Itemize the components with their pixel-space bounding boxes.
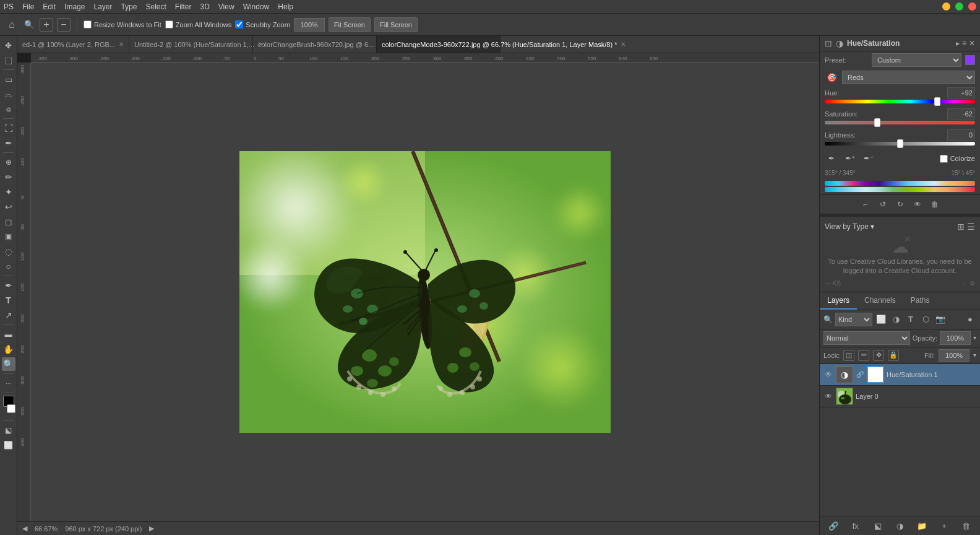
lock-position-icon[interactable]: ✥: [873, 350, 884, 361]
libraries-settings-icon[interactable]: ⚙: [969, 280, 975, 287]
window-minimize[interactable]: [942, 2, 950, 11]
channel-select[interactable]: Reds Cyans Blues Greens Master: [842, 71, 975, 84]
status-arrow-left[interactable]: ◀: [22, 524, 27, 533]
ellipsis-tool[interactable]: ···: [2, 376, 15, 390]
tab-3[interactable]: colorChangeBrush-960x720.jpg @ 6... ✕: [253, 36, 377, 53]
eyedropper-plus-icon[interactable]: ✒⁺: [843, 152, 857, 165]
filter-adjust-icon[interactable]: ◑: [890, 313, 902, 326]
lock-transparent-icon[interactable]: ◫: [843, 350, 854, 361]
tab-4[interactable]: colorChangeMode3-960x722.jpg @ 66.7% (Hu…: [377, 36, 501, 53]
fill-screen-button[interactable]: Fill Screen: [374, 17, 418, 32]
lock-all-icon[interactable]: 🔒: [888, 350, 899, 361]
fill-input[interactable]: [939, 349, 969, 362]
filter-type-icon[interactable]: T: [905, 313, 917, 326]
zoom-value-input[interactable]: [294, 18, 325, 32]
artboard-tool[interactable]: ⬚: [2, 53, 15, 67]
canvas-viewport[interactable]: -350 -300 -250 -200 -150 -100 -50 0 50 1…: [17, 53, 819, 521]
tab-paths[interactable]: Paths: [903, 292, 937, 310]
eyedropper-tool[interactable]: ✒: [2, 136, 15, 150]
tab-1-close[interactable]: ✕: [119, 41, 124, 48]
history-brush-tool[interactable]: ↩: [2, 200, 15, 214]
menu-edit[interactable]: Edit: [43, 2, 56, 11]
layer-item-layer0[interactable]: 👁 Layer 0: [820, 386, 980, 407]
add-mask-btn[interactable]: ⬕: [871, 519, 885, 533]
tab-layers[interactable]: Layers: [820, 292, 857, 310]
zoom-tool[interactable]: 🔍: [2, 357, 15, 371]
crop-tool[interactable]: ⛶: [2, 121, 15, 135]
home-icon[interactable]: ⌂: [5, 18, 19, 32]
move-tool[interactable]: ✥: [2, 38, 15, 52]
lightness-track[interactable]: [825, 142, 975, 146]
libraries-import-icon[interactable]: ↓: [963, 280, 966, 287]
properties-close[interactable]: ✕: [969, 39, 975, 48]
view-by-type-label[interactable]: View by Type ▾: [825, 222, 874, 231]
saturation-value[interactable]: [947, 108, 975, 120]
target-adjust-icon[interactable]: 🎯: [825, 71, 838, 84]
menu-layer[interactable]: Layer: [93, 2, 112, 11]
menu-3d[interactable]: 3D: [200, 2, 209, 11]
clone-stamp-tool[interactable]: ✦: [2, 185, 15, 199]
healing-brush-tool[interactable]: ⊕: [2, 155, 15, 169]
saturation-thumb[interactable]: [874, 118, 880, 127]
filter-type-select[interactable]: Kind Name Effect Mode Attribute Color: [835, 313, 872, 326]
screen-mode[interactable]: ⬜: [2, 438, 15, 452]
shape-tool[interactable]: ▬: [2, 328, 15, 341]
properties-menu[interactable]: ≡: [962, 39, 966, 48]
type-tool[interactable]: T: [2, 294, 15, 307]
add-style-btn[interactable]: fx: [849, 519, 862, 533]
menu-help[interactable]: Help: [278, 2, 293, 11]
scrubby-zoom-check[interactable]: Scrubby Zoom: [235, 20, 290, 28]
preset-select[interactable]: Custom: [872, 53, 961, 67]
new-fill-btn[interactable]: ◑: [893, 519, 906, 533]
prop-icon-delete[interactable]: 🗑: [928, 198, 942, 211]
rectangular-marquee-tool[interactable]: ▭: [2, 72, 15, 86]
canvas-content[interactable]: [31, 63, 819, 521]
colorize-check[interactable]: Colorize: [940, 155, 975, 163]
path-selection-tool[interactable]: ↗: [2, 308, 15, 322]
pen-tool[interactable]: ✒: [2, 279, 15, 292]
layer-item-hue-saturation[interactable]: 👁 ◑ 🔗 Hue/Saturation 1: [820, 364, 980, 386]
lightness-thumb[interactable]: [897, 139, 903, 148]
filter-toggle[interactable]: ●: [964, 313, 976, 326]
prop-icon-next[interactable]: ↻: [893, 198, 907, 211]
zoom-all-windows-check[interactable]: Zoom All Windows: [165, 20, 231, 28]
eyedropper-icon[interactable]: ✒: [825, 152, 838, 165]
blur-tool[interactable]: ◌: [2, 245, 15, 258]
layer-visibility-eye[interactable]: 👁: [823, 370, 833, 380]
background-color[interactable]: [7, 404, 15, 413]
filter-pixel-icon[interactable]: ⬜: [875, 313, 887, 326]
new-layer-btn[interactable]: +: [937, 519, 951, 533]
delete-layer-btn[interactable]: 🗑: [960, 519, 973, 533]
color-swatch[interactable]: [965, 55, 975, 65]
list-view-icon[interactable]: ☰: [967, 222, 975, 232]
zoom-out-btn[interactable]: −: [57, 18, 71, 32]
menu-window[interactable]: Window: [243, 2, 270, 11]
properties-collapse[interactable]: ▸: [956, 39, 960, 48]
lasso-tool[interactable]: ⌓: [2, 87, 15, 101]
fit-screen-button[interactable]: Fit Screen: [329, 17, 371, 32]
opacity-input[interactable]: [940, 331, 971, 345]
tab-channels[interactable]: Channels: [857, 292, 903, 310]
menu-type[interactable]: Type: [121, 2, 137, 11]
grid-view-icon[interactable]: ⊞: [957, 222, 965, 232]
menu-filter[interactable]: Filter: [175, 2, 192, 11]
tab-4-close[interactable]: ✕: [621, 41, 625, 48]
hue-track[interactable]: [825, 100, 975, 103]
menu-select[interactable]: Select: [145, 2, 166, 11]
window-maximize[interactable]: [955, 2, 963, 11]
prop-icon-clip[interactable]: ⌐: [859, 198, 872, 211]
zoom-tool-icon[interactable]: 🔍: [22, 18, 36, 32]
hue-value[interactable]: [947, 87, 975, 98]
link-layers-btn[interactable]: 🔗: [827, 519, 840, 533]
status-arrow-right[interactable]: ▶: [149, 524, 154, 533]
saturation-track[interactable]: [825, 121, 975, 124]
quick-mask-mode[interactable]: ⬕: [2, 424, 15, 437]
prop-icon-view[interactable]: 👁: [911, 198, 924, 211]
tab-2[interactable]: Untitled-2 @ 100% (Hue/Saturation 1,... …: [129, 36, 253, 53]
lock-image-icon[interactable]: ✏: [858, 350, 869, 361]
new-group-btn[interactable]: 📁: [915, 519, 929, 533]
filter-shape-icon[interactable]: ⬡: [919, 313, 932, 326]
filter-smart-icon[interactable]: 📷: [934, 313, 947, 326]
fill-arrow[interactable]: ▾: [973, 352, 976, 359]
gradient-tool[interactable]: ▣: [2, 230, 15, 243]
